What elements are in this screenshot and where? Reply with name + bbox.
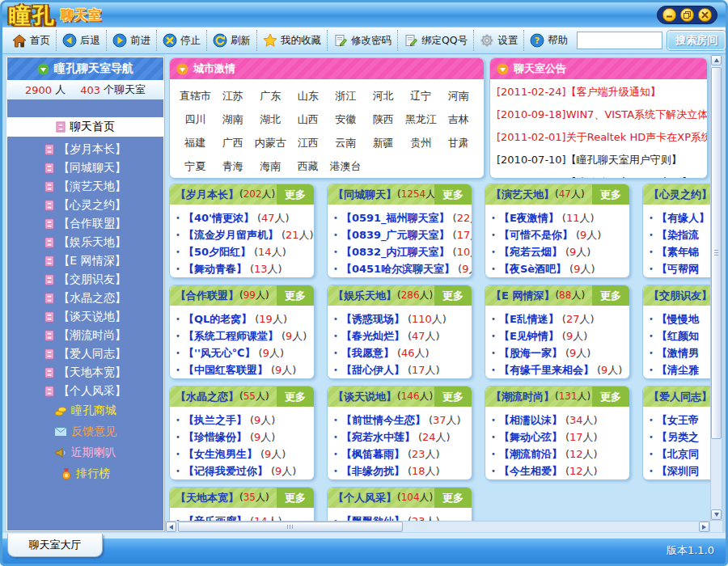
province-link[interactable]: 广西 xyxy=(214,131,252,154)
province-link[interactable]: 广东 xyxy=(252,84,290,108)
room-link[interactable]: • 【音乐画廊】 (14人) xyxy=(176,513,314,521)
province-link[interactable]: 山西 xyxy=(290,108,328,131)
province-link[interactable]: 河北 xyxy=(365,84,403,108)
more-link[interactable]: 更多 xyxy=(592,184,629,205)
room-link[interactable]: • 【股海一家】 (9人) xyxy=(491,344,629,361)
room-link[interactable]: • 【枫笛暮雨】 (23人) xyxy=(333,446,472,463)
restore-button[interactable] xyxy=(680,8,694,22)
more-link[interactable]: 更多 xyxy=(277,386,314,407)
room-link[interactable]: • 【记得我爱过你】 (9人) xyxy=(176,463,314,479)
card-title[interactable]: 【心灵之约】 xyxy=(649,188,710,202)
room-link[interactable]: • 【50夕阳红】 (14人) xyxy=(176,243,314,260)
room-link[interactable]: • 【''风无心℃】 (9人) xyxy=(176,344,314,361)
sidebar-category-item[interactable]: 【爱人同志】 xyxy=(7,344,163,363)
room-link[interactable]: • 【执兰之手】 (9人) xyxy=(176,412,314,429)
card-title[interactable]: 【演艺天地】 xyxy=(491,188,554,202)
room-link[interactable]: • 【QL的老窝】 (19人) xyxy=(176,310,314,327)
province-link[interactable]: 贵州 xyxy=(402,131,440,154)
card-title[interactable]: 【岁月本长】 xyxy=(176,188,239,202)
room-link[interactable]: • 【流金岁月留声机】 (21人) xyxy=(176,226,314,243)
province-link[interactable]: 山东 xyxy=(290,84,328,108)
toolbar-button-favorites[interactable]: 我的收藏 xyxy=(257,30,328,51)
room-link[interactable]: • 【E乱情迷】 (27人) xyxy=(491,310,629,327)
room-link[interactable]: • 【相濡以沫】 (34人) xyxy=(491,412,629,429)
horizontal-scrollbar-thumb[interactable] xyxy=(178,522,403,532)
province-link[interactable]: 甘肃 xyxy=(440,131,478,154)
sidebar-category-item[interactable]: 【娱乐天地】 xyxy=(7,233,163,251)
province-link[interactable]: 安徽 xyxy=(327,108,365,131)
room-link[interactable]: • 【非缘勿扰】 (18人) xyxy=(333,463,472,479)
toolbar-button-back[interactable]: 后退 xyxy=(57,30,107,51)
room-link[interactable]: • 【系统工程师课堂】 (9人) xyxy=(176,327,314,344)
sidebar-category-item[interactable]: 【水晶之恋】 xyxy=(7,289,163,307)
province-link[interactable]: 直辖市 xyxy=(176,84,214,108)
room-link[interactable]: • 【飘飘欲仙】 (23人) xyxy=(333,513,472,521)
toolbar-button-settings[interactable]: 设置 xyxy=(474,30,524,51)
room-link[interactable]: • 【有缘千里来相会】 (9人) xyxy=(491,361,629,378)
sidebar-item-recent-horn[interactable]: 近期喇叭 xyxy=(7,442,163,463)
lobby-tab[interactable]: 聊天室大厅 xyxy=(7,534,103,557)
more-link[interactable]: 更多 xyxy=(434,184,472,205)
room-link[interactable]: • 【甜心伊人】 (17人) xyxy=(333,361,472,378)
room-link[interactable]: • 【春光灿烂】 (47人) xyxy=(333,327,472,344)
scroll-up-button[interactable] xyxy=(711,55,722,65)
province-link[interactable]: 港澳台 xyxy=(327,154,365,178)
room-link[interactable]: • 【前世情今生恋】 (37人) xyxy=(333,412,472,429)
room-link[interactable]: • 【清尘雅 () xyxy=(649,361,710,378)
province-link[interactable]: 陕西 xyxy=(365,108,403,131)
room-link[interactable]: • 【女生泡男生】 (9人) xyxy=(176,446,314,463)
province-link[interactable]: 宁夏 xyxy=(176,154,214,178)
more-link[interactable]: 更多 xyxy=(434,386,472,407)
room-link[interactable]: • 【染指流 () xyxy=(649,226,710,243)
province-link[interactable]: 浙江 xyxy=(327,84,365,108)
province-link[interactable]: 湖北 xyxy=(252,108,290,131)
room-link[interactable]: • 【0451哈尔滨聊天室】 (9人) xyxy=(333,260,472,277)
more-link[interactable]: 更多 xyxy=(277,285,314,306)
province-link[interactable]: 西藏 xyxy=(290,154,328,178)
sidebar-category-item[interactable]: 【E 网情深】 xyxy=(7,251,163,270)
horizontal-scrollbar[interactable] xyxy=(165,521,710,533)
room-link[interactable]: • 【宛若水中莲】 (24人) xyxy=(333,429,472,446)
province-link[interactable]: 江苏 xyxy=(214,84,252,108)
room-link[interactable]: • 【素年锦 () xyxy=(649,243,710,260)
room-link[interactable]: • 【诱惑现场】 (110人) xyxy=(333,310,472,327)
room-link[interactable]: • 【我愿意】 (46人) xyxy=(333,344,472,361)
sidebar-item-chat-home[interactable]: 聊天首页 xyxy=(7,117,163,137)
room-link[interactable]: • 【有缘人】 () xyxy=(649,209,710,226)
room-link[interactable]: • 【0839_广元聊天室】 (17人) xyxy=(333,226,472,243)
vertical-scrollbar[interactable] xyxy=(710,54,722,521)
sidebar-category-item[interactable]: 【心灵之约】 xyxy=(7,196,163,214)
card-title[interactable]: 【E 网情深】 xyxy=(491,289,554,303)
room-link[interactable]: • 【深圳同 () xyxy=(649,463,710,479)
scroll-down-button[interactable] xyxy=(711,509,722,520)
card-title[interactable]: 【爱人同志】 xyxy=(649,390,710,404)
more-link[interactable]: 更多 xyxy=(592,285,629,306)
sidebar-category-item[interactable]: 【交朋识友】 xyxy=(7,270,163,289)
announcement-link[interactable]: [2010-07-10]【瞳孔聊天室用户守则】 xyxy=(497,149,707,171)
more-link[interactable]: 更多 xyxy=(277,488,314,508)
room-link[interactable]: • 【另类之 () xyxy=(649,429,710,446)
sidebar-category-item[interactable]: 【合作联盟】 xyxy=(7,214,163,233)
sidebar-category-item[interactable]: 【个人风采】 xyxy=(7,382,163,400)
room-link[interactable]: • 【E夜激情】 (11人) xyxy=(491,209,629,226)
province-link[interactable]: 河南 xyxy=(440,84,478,108)
province-link[interactable]: 海南 xyxy=(252,154,290,178)
province-link[interactable]: 吉林 xyxy=(440,108,478,131)
room-link[interactable]: • 【红颜知 () xyxy=(649,327,710,344)
sidebar-category-item[interactable]: 【演艺天地】 xyxy=(7,177,163,196)
toolbar-button-help[interactable]: ? 帮助 xyxy=(524,30,574,51)
toolbar-button-forward[interactable]: 前进 xyxy=(107,30,157,51)
more-link[interactable]: 更多 xyxy=(277,184,314,205)
province-link[interactable]: 江西 xyxy=(290,131,328,154)
scroll-right-button[interactable] xyxy=(699,522,709,532)
room-link[interactable]: • 【北京同 () xyxy=(649,446,710,463)
room-link[interactable]: • 【潮流前沿】 (12人) xyxy=(491,446,629,463)
room-link[interactable]: • 【0832_内江聊天室】 (10人) xyxy=(333,243,472,260)
card-title[interactable]: 【娱乐天地】 xyxy=(333,289,396,303)
minimize-button[interactable] xyxy=(662,8,676,22)
province-link[interactable]: 云南 xyxy=(327,131,365,154)
province-link[interactable]: 黑龙江 xyxy=(402,108,440,131)
room-link[interactable]: • 【慢慢地 () xyxy=(649,310,710,327)
announcement-link[interactable]: [2010-07-10]【瞳孔聊天室管理员守则】 xyxy=(497,171,707,179)
toolbar-button-bind-qq[interactable]: 绑定QQ号 xyxy=(398,30,474,51)
